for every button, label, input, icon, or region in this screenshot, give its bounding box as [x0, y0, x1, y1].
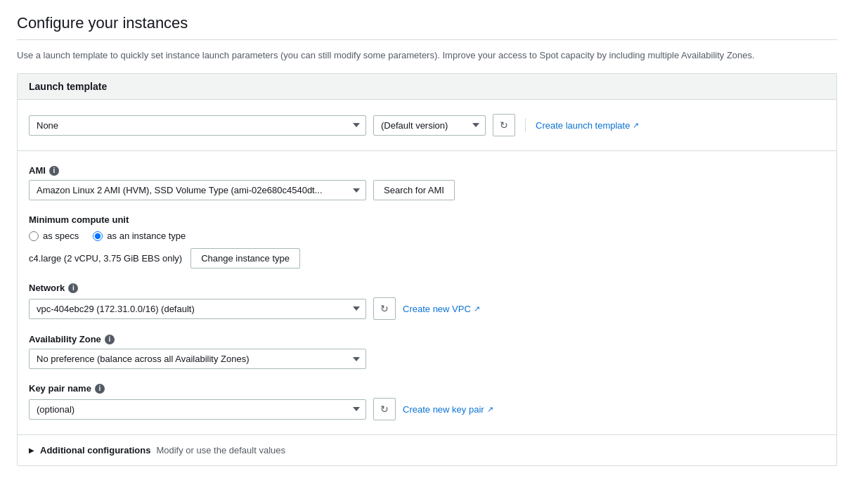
launch-template-refresh-button[interactable]: ↻	[493, 114, 515, 136]
network-row: vpc-404ebc29 (172.31.0.0/16) (default) ↻…	[29, 297, 825, 320]
availability-zone-field-group: Availability Zone i No preference (balan…	[29, 334, 825, 369]
key-pair-refresh-icon: ↻	[380, 403, 389, 415]
ami-info-icon[interactable]: i	[49, 166, 59, 176]
page-title: Configure your instances	[17, 14, 837, 32]
key-pair-refresh-button[interactable]: ↻	[373, 398, 396, 420]
network-field-group: Network i vpc-404ebc29 (172.31.0.0/16) (…	[29, 283, 825, 320]
page-description: Use a launch template to quickly set ins…	[17, 50, 837, 60]
create-new-vpc-link[interactable]: Create new VPC ↗	[403, 304, 480, 314]
as-instance-type-radio[interactable]	[93, 231, 103, 241]
create-launch-template-link[interactable]: Create launch template ↗	[536, 120, 639, 131]
additional-configurations-label: Additional configurations	[40, 445, 150, 455]
chevron-right-icon: ▶	[29, 446, 34, 454]
availability-zone-label: Availability Zone i	[29, 334, 825, 344]
minimum-compute-field-group: Minimum compute unit as specs as an inst…	[29, 214, 825, 269]
create-new-vpc-label: Create new VPC	[403, 304, 471, 314]
create-launch-template-label: Create launch template	[536, 120, 630, 131]
key-pair-select[interactable]: (optional)	[29, 399, 366, 420]
instance-type-value: c4.large (2 vCPU, 3.75 GiB EBS only)	[29, 253, 182, 264]
create-new-key-pair-label: Create new key pair	[403, 404, 484, 415]
ami-row: Amazon Linux 2 AMI (HVM), SSD Volume Typ…	[29, 180, 825, 200]
launch-template-header: Launch template	[18, 74, 836, 100]
key-pair-external-link-icon: ↗	[487, 405, 493, 414]
create-new-key-pair-link[interactable]: Create new key pair ↗	[403, 404, 493, 415]
network-refresh-button[interactable]: ↻	[373, 297, 396, 320]
launch-template-row: None (Default version) Latest 1 2 ↻ Crea…	[29, 114, 825, 136]
external-link-icon: ↗	[633, 121, 639, 130]
ami-select[interactable]: Amazon Linux 2 AMI (HVM), SSD Volume Typ…	[29, 180, 366, 200]
version-select[interactable]: (Default version) Latest 1 2	[373, 115, 486, 136]
refresh-icon: ↻	[500, 119, 508, 131]
availability-zone-select[interactable]: No preference (balance across all Availa…	[29, 349, 366, 369]
launch-template-body: None (Default version) Latest 1 2 ↻ Crea…	[18, 100, 836, 150]
network-refresh-icon: ↻	[380, 303, 389, 314]
ami-label: AMI i	[29, 165, 825, 176]
minimum-compute-label: Minimum compute unit	[29, 214, 825, 225]
ami-section: AMI i Amazon Linux 2 AMI (HVM), SSD Volu…	[18, 151, 836, 434]
key-pair-info-icon[interactable]: i	[95, 384, 105, 394]
key-pair-field-group: Key pair name i (optional) ↻ Create new …	[29, 383, 825, 420]
change-instance-type-button[interactable]: Change instance type	[190, 248, 300, 269]
launch-template-label: Launch template	[29, 81, 107, 92]
network-select[interactable]: vpc-404ebc29 (172.31.0.0/16) (default)	[29, 299, 366, 319]
as-specs-radio-label[interactable]: as specs	[29, 231, 79, 241]
radio-group-compute: as specs as an instance type	[29, 231, 825, 241]
additional-configurations-description: Modify or use the default values	[156, 445, 285, 455]
keypair-row: (optional) ↻ Create new key pair ↗	[29, 398, 825, 420]
as-instance-type-label: as an instance type	[107, 231, 186, 241]
instance-type-row: c4.large (2 vCPU, 3.75 GiB EBS only) Cha…	[29, 248, 825, 269]
vpc-external-link-icon: ↗	[474, 304, 480, 314]
key-pair-label: Key pair name i	[29, 383, 825, 394]
as-specs-label: as specs	[43, 231, 79, 241]
availability-zone-info-icon[interactable]: i	[105, 335, 115, 344]
configure-instances-card: Launch template None (Default version) L…	[17, 73, 837, 466]
additional-configurations-row[interactable]: ▶ Additional configurations Modify or us…	[18, 434, 836, 465]
network-label: Network i	[29, 283, 825, 293]
ami-field-group: AMI i Amazon Linux 2 AMI (HVM), SSD Volu…	[29, 165, 825, 200]
page-divider	[17, 39, 837, 40]
network-info-icon[interactable]: i	[68, 283, 78, 293]
as-specs-radio[interactable]	[29, 231, 39, 241]
as-instance-type-radio-label[interactable]: as an instance type	[93, 231, 186, 241]
vertical-divider	[525, 118, 526, 132]
launch-template-select[interactable]: None	[29, 115, 366, 136]
search-ami-button[interactable]: Search for AMI	[373, 180, 455, 200]
